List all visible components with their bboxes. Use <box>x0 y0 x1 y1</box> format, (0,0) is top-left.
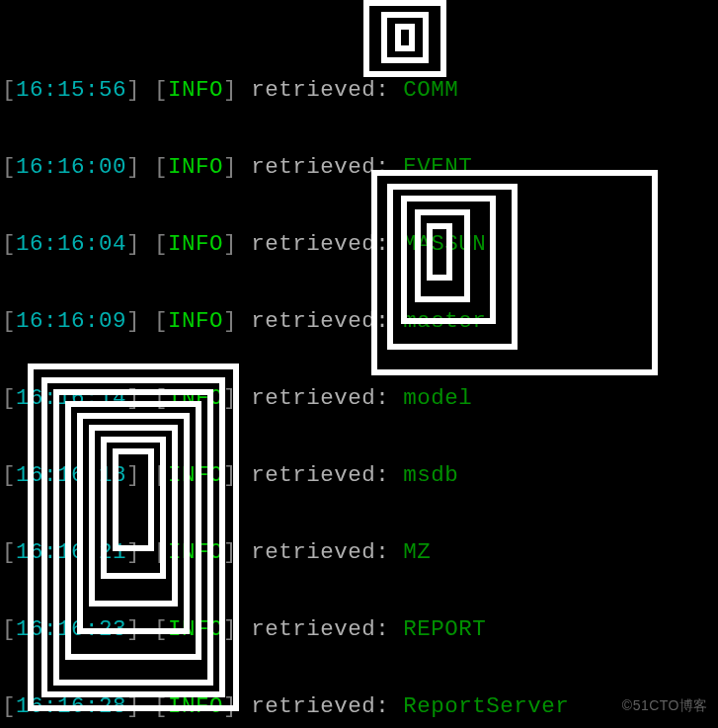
log-line: [16:15:56] [INFO] retrieved: COMM <box>2 77 716 103</box>
log-line: [16:16:23] [INFO] retrieved: REPORT <box>2 616 716 642</box>
log-line: [16:16:04] [INFO] retrieved: MASSUN <box>2 231 716 257</box>
log-line: [16:16:21] [INFO] retrieved: MZ <box>2 539 716 565</box>
watermark: ©51CTO博客 <box>622 692 708 718</box>
log-line: [16:16:09] [INFO] retrieved: master <box>2 308 716 334</box>
log-line: [16:16:18] [INFO] retrieved: msdb <box>2 462 716 488</box>
terminal-output: [16:15:56] [INFO] retrieved: COMM [16:16… <box>0 0 718 728</box>
log-line: [16:16:28] [INFO] retrieved: ReportServe… <box>2 693 716 719</box>
log-line: [16:16:00] [INFO] retrieved: EVENT <box>2 154 716 180</box>
log-line: [16:16:14] [INFO] retrieved: model <box>2 385 716 411</box>
